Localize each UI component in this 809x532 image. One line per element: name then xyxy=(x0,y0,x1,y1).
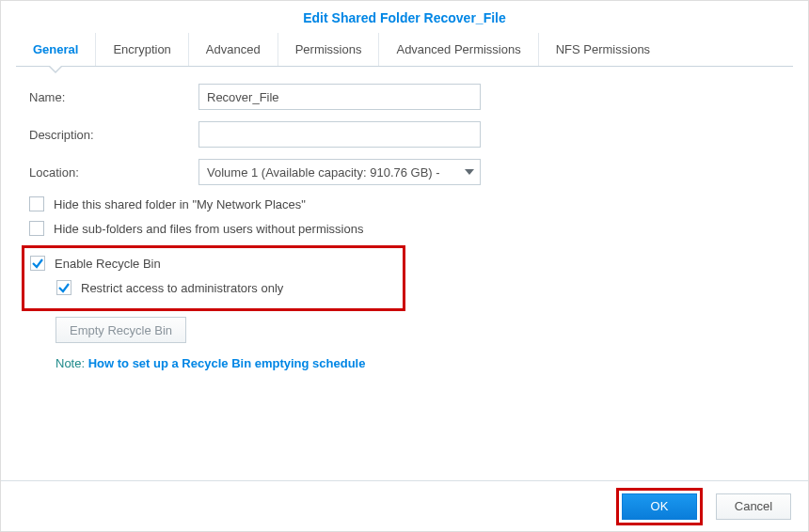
content-panel: Name: Description: Location: Volume 1 (A… xyxy=(1,67,808,380)
hide-network-label: Hide this shared folder in "My Network P… xyxy=(54,197,306,211)
location-value: Volume 1 (Available capacity: 910.76 GB)… xyxy=(207,165,440,180)
location-label: Location: xyxy=(29,165,198,180)
description-label: Description: xyxy=(29,128,198,142)
description-input[interactable] xyxy=(198,121,481,148)
hide-network-checkbox[interactable] xyxy=(29,196,44,211)
restrict-admin-checkbox[interactable] xyxy=(56,280,71,295)
restrict-admin-label: Restrict access to administrators only xyxy=(81,281,283,295)
ok-button[interactable]: OK xyxy=(622,493,697,520)
footer: OK Cancel xyxy=(1,480,808,531)
dialog-title: Edit Shared Folder Recover_File xyxy=(1,1,808,33)
hide-subfolders-label: Hide sub-folders and files from users wi… xyxy=(54,222,363,236)
name-input[interactable] xyxy=(198,84,481,110)
tab-bar: General Encryption Advanced Permissions … xyxy=(16,33,793,67)
tab-advanced[interactable]: Advanced xyxy=(189,33,278,66)
hide-subfolders-checkbox[interactable] xyxy=(29,221,44,236)
recycle-bin-highlight: Enable Recycle Bin Restrict access to ad… xyxy=(22,245,405,311)
note-link[interactable]: How to set up a Recycle Bin emptying sch… xyxy=(88,356,366,370)
tab-nfs-permissions[interactable]: NFS Permissions xyxy=(539,33,667,66)
tab-encryption[interactable]: Encryption xyxy=(96,33,188,66)
tab-general[interactable]: General xyxy=(16,33,96,66)
ok-highlight: OK xyxy=(616,488,703,525)
location-select[interactable]: Volume 1 (Available capacity: 910.76 GB)… xyxy=(198,159,481,185)
cancel-button[interactable]: Cancel xyxy=(716,493,791,520)
chevron-down-icon xyxy=(465,169,474,175)
enable-recycle-checkbox[interactable] xyxy=(30,256,45,271)
tab-advanced-permissions[interactable]: Advanced Permissions xyxy=(379,33,538,66)
enable-recycle-label: Enable Recycle Bin xyxy=(55,257,161,271)
note-label: Note: xyxy=(56,356,85,370)
name-label: Name: xyxy=(29,90,198,104)
empty-recycle-button: Empty Recycle Bin xyxy=(56,317,186,343)
tab-permissions[interactable]: Permissions xyxy=(278,33,380,66)
